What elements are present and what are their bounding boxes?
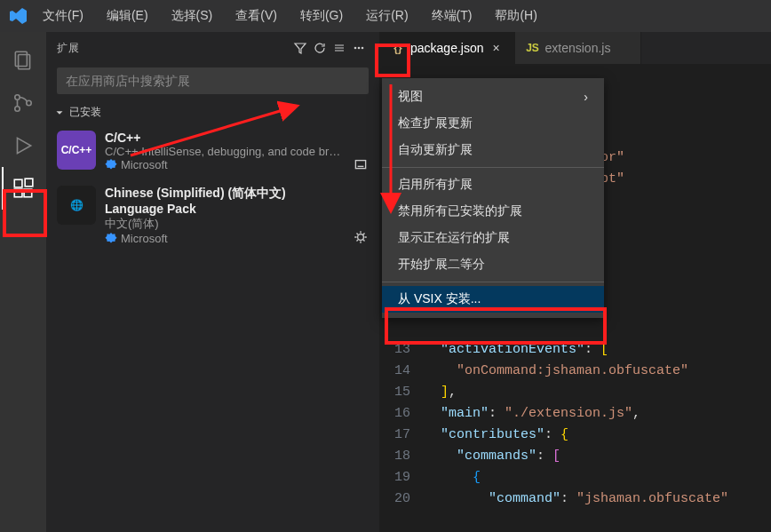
menu-separator [382, 282, 604, 282]
menu-help[interactable]: 帮助(H) [486, 4, 545, 28]
svg-rect-12 [355, 161, 365, 169]
svg-point-4 [27, 100, 31, 105]
installed-section[interactable]: 已安装 [46, 101, 379, 123]
context-menu-item[interactable]: 自动更新扩展 [382, 137, 604, 163]
extensions-sidebar: 扩展 已安装 C/C++ C/C++ C/C++ IntelliSense, d… [46, 32, 380, 532]
context-menu-label: 自动更新扩展 [398, 142, 473, 158]
extension-context-menu: 视图›检查扩展更新自动更新扩展启用所有扩展禁用所有已安装的扩展显示正在运行的扩展… [382, 78, 604, 318]
title-bar: 文件(F) 编辑(E) 选择(S) 查看(V) 转到(G) 运行(R) 终端(T… [0, 0, 771, 32]
context-menu-item[interactable]: 检查扩展更新 [382, 110, 604, 137]
app-icon [7, 5, 28, 27]
context-menu-item[interactable]: 启用所有扩展 [382, 171, 604, 198]
context-menu-label: 从 VSIX 安装... [398, 291, 481, 307]
context-menu-item[interactable]: 禁用所有已安装的扩展 [382, 198, 604, 225]
extension-desc: 中文(简体) [105, 216, 344, 232]
activity-debug[interactable] [2, 124, 44, 167]
activity-extensions[interactable] [2, 167, 44, 210]
svg-rect-7 [24, 189, 32, 197]
chevron-right-icon: › [584, 90, 588, 104]
verified-icon [105, 233, 117, 245]
menu-run[interactable]: 运行(R) [357, 4, 417, 28]
sidebar-title: 扩展 [57, 41, 290, 56]
editor-tab[interactable]: JS extension.js × [515, 32, 642, 64]
context-menu-label: 显示正在运行的扩展 [398, 230, 510, 246]
refresh-icon[interactable] [310, 38, 330, 58]
svg-rect-8 [25, 179, 33, 187]
tab-label: extension.js [545, 41, 611, 55]
menu-view[interactable]: 查看(V) [227, 4, 286, 28]
installed-label: 已安装 [69, 105, 101, 120]
extension-item[interactable]: 🌐 Chinese (Simplified) (简体中文) Language P… [46, 179, 379, 252]
tab-label: package.json [410, 41, 484, 55]
context-menu-item[interactable]: 视图› [382, 83, 604, 110]
menu-edit[interactable]: 编辑(E) [98, 4, 157, 28]
extension-search-input[interactable] [66, 74, 360, 88]
menu-separator [382, 167, 604, 168]
extension-item[interactable]: C/C++ C/C++ C/C++ IntelliSense, debuggin… [46, 123, 379, 179]
context-menu-item[interactable]: 开始扩展二等分 [382, 251, 604, 278]
svg-rect-6 [14, 189, 22, 197]
extension-publisher: Microsoft [105, 232, 344, 245]
tab-bar: {} package.json × JS extension.js × [380, 32, 771, 64]
activity-scm[interactable] [2, 82, 44, 124]
extension-name: C/C++ [105, 131, 344, 145]
sidebar-header: 扩展 [46, 32, 379, 64]
context-menu-item[interactable]: 显示正在运行的扩展 [382, 225, 604, 251]
svg-rect-5 [14, 179, 22, 187]
svg-point-9 [354, 47, 357, 50]
chevron-down-icon [53, 107, 66, 119]
extension-desc: C/C++ IntelliSense, debugging, and code … [105, 145, 344, 158]
context-menu-label: 开始扩展二等分 [398, 257, 485, 273]
extension-manage[interactable] [353, 131, 369, 171]
svg-point-10 [358, 47, 361, 50]
context-menu-label: 检查扩展更新 [398, 115, 473, 131]
context-menu-label: 启用所有扩展 [398, 177, 473, 193]
svg-point-3 [15, 107, 20, 111]
file-icon: JS [526, 41, 540, 55]
menu-terminal[interactable]: 终端(T) [423, 4, 481, 28]
svg-point-11 [362, 47, 364, 50]
filter-icon[interactable] [290, 38, 310, 58]
more-icon[interactable] [349, 38, 369, 58]
file-icon: {} [391, 41, 405, 55]
svg-point-13 [358, 234, 364, 241]
extension-publisher: Microsoft [105, 158, 344, 171]
svg-point-2 [15, 95, 20, 99]
activity-bar [0, 32, 46, 532]
activity-explorer[interactable] [2, 39, 44, 82]
extension-icon: 🌐 [57, 186, 96, 225]
context-menu-label: 视图 [398, 89, 423, 105]
extension-name: Chinese (Simplified) (简体中文) Language Pac… [105, 186, 344, 216]
context-menu-item[interactable]: 从 VSIX 安装... [382, 286, 604, 313]
clear-icon[interactable] [330, 38, 349, 58]
menu-go[interactable]: 转到(G) [291, 4, 352, 28]
menu-file[interactable]: 文件(F) [34, 4, 92, 28]
verified-icon [105, 159, 117, 171]
close-icon[interactable]: × [489, 41, 504, 55]
extension-icon: C/C++ [57, 131, 96, 170]
extension-manage[interactable] [353, 186, 369, 245]
extension-search[interactable] [57, 67, 369, 94]
menu-select[interactable]: 选择(S) [163, 4, 222, 28]
context-menu-label: 禁用所有已安装的扩展 [398, 203, 522, 219]
editor-tab[interactable]: {} package.json × [380, 32, 515, 64]
